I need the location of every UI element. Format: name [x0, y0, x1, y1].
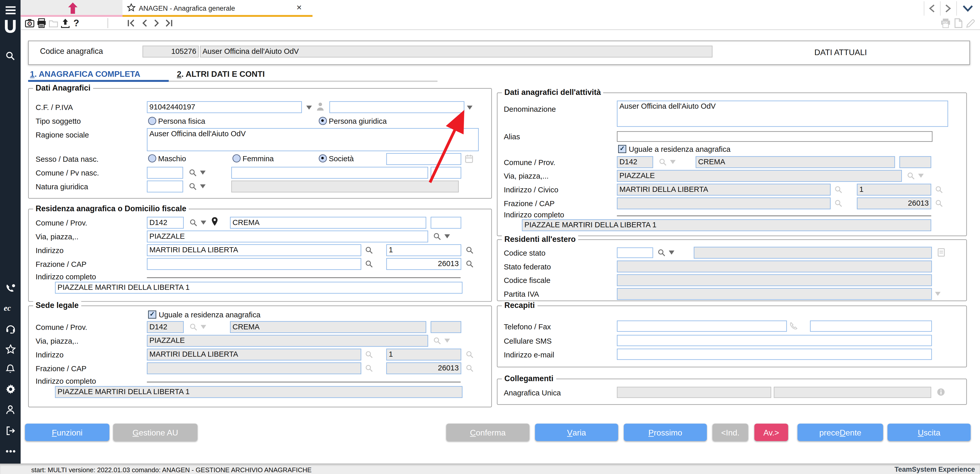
radio-persona-fisica[interactable] — [148, 117, 156, 125]
comune-nasc-lookup-icon[interactable] — [188, 168, 197, 177]
camera-icon[interactable] — [25, 19, 35, 27]
nav-next-icon[interactable] — [154, 19, 160, 27]
edit-icon — [966, 18, 975, 28]
cf-piva-label: C.F. / P.IVA — [36, 103, 73, 112]
ragione-sociale-label: Ragione sociale — [36, 130, 89, 139]
fax-input[interactable] — [810, 320, 932, 332]
nav-first-icon[interactable] — [127, 19, 135, 27]
map-pin-icon[interactable] — [210, 216, 218, 226]
funzioni-button[interactable]: Funzioni — [25, 423, 110, 441]
sede-frazione-label: Frazione / CAP — [36, 364, 86, 373]
uscita-button[interactable]: Uscita — [888, 423, 971, 441]
comune-nasc-code-input[interactable] — [147, 167, 183, 179]
email-input[interactable] — [617, 349, 932, 360]
att-comune-code-field: D142 — [617, 156, 653, 168]
natura-code-input[interactable] — [147, 181, 183, 192]
nav-previous-icon[interactable] — [141, 19, 147, 27]
info-icon[interactable] — [937, 388, 945, 396]
radio-societa[interactable] — [319, 154, 327, 162]
res-cap-lookup-icon[interactable] — [465, 259, 474, 268]
denominazione-textarea[interactable]: Auser Officina dell'Aiuto OdV — [617, 100, 948, 127]
femmina-label[interactable]: Femmina — [242, 154, 274, 163]
phone-contact-icon[interactable] — [0, 282, 21, 294]
res-via-input[interactable]: PIAZZALE — [147, 231, 428, 243]
natura-dropdown-icon[interactable] — [199, 184, 205, 189]
menu-icon[interactable] — [0, 4, 21, 16]
radio-maschio[interactable] — [148, 154, 156, 162]
attivita-uguale-checkbox[interactable] — [618, 145, 626, 153]
tab-close-icon[interactable]: ✕ — [296, 4, 302, 12]
avanti-button[interactable]: Av.> — [754, 423, 788, 441]
comune-nasc-dropdown-icon[interactable] — [199, 170, 205, 175]
res-provincia-input[interactable] — [431, 217, 461, 229]
cellulare-input[interactable] — [617, 335, 932, 346]
res-via-lookup-icon[interactable] — [433, 232, 441, 240]
indietro-button[interactable]: <Ind. — [713, 423, 748, 441]
res-comune-nome-input[interactable]: CREMA — [230, 217, 426, 229]
sede-uguale-label[interactable]: Uguale a residenza anagrafica — [159, 310, 261, 319]
radio-persona-giuridica[interactable] — [319, 117, 327, 125]
history-back-icon[interactable] — [928, 4, 936, 13]
notifications-bell-icon[interactable] — [0, 364, 21, 375]
favorite-tab-star-icon[interactable] — [127, 3, 135, 12]
res-via-dropdown-icon[interactable] — [444, 234, 450, 239]
res-indirizzo-lookup-icon[interactable] — [364, 245, 373, 254]
res-comune-dropdown-icon[interactable] — [200, 220, 206, 225]
more-icon[interactable] — [0, 447, 21, 455]
telefono-input[interactable] — [617, 320, 787, 332]
new-document-icon — [954, 18, 963, 28]
res-frazione-lookup-icon[interactable] — [364, 259, 373, 268]
help-icon[interactable]: ? — [73, 18, 80, 28]
user-icon[interactable] — [0, 404, 21, 415]
tab-anagrafica-completa[interactable]: 1. ANAGRAFICA COMPLETA — [30, 69, 140, 79]
codice-stato-dropdown-icon[interactable] — [668, 250, 674, 255]
res-indirizzo-input[interactable]: MARTIRI DELLA LIBERTA — [147, 244, 361, 256]
history-forward-icon[interactable] — [944, 4, 953, 13]
collapse-icon[interactable] — [963, 4, 973, 13]
sede-provincia-field — [431, 321, 461, 333]
res-civico-lookup-icon[interactable] — [465, 245, 474, 254]
gestione-au-button[interactable]: Gestione AU — [113, 423, 197, 441]
precedente-button[interactable]: preceDente — [797, 423, 883, 441]
sede-uguale-checkbox[interactable] — [148, 310, 156, 319]
upload-icon[interactable] — [61, 18, 70, 28]
label-pre: prece — [819, 428, 840, 437]
prossimo-button[interactable]: Prossimo — [624, 423, 707, 441]
res-frazione-label: Frazione / CAP — [36, 260, 86, 269]
cf-dropdown-icon[interactable] — [306, 105, 312, 110]
ec-logo-icon[interactable]: ec — [0, 302, 21, 313]
maschio-label[interactable]: Maschio — [158, 154, 186, 163]
persona-giuridica-label[interactable]: Persona giuridica — [329, 117, 387, 126]
favorites-star-icon[interactable] — [0, 344, 21, 355]
varia-button[interactable]: Varia — [535, 423, 618, 441]
stato-federato-field — [617, 261, 932, 272]
codice-stato-lookup-icon[interactable] — [657, 248, 666, 257]
nav-last-icon[interactable] — [165, 19, 173, 27]
persona-fisica-label[interactable]: Persona fisica — [158, 117, 205, 126]
res-civico-input[interactable]: 1 — [386, 244, 461, 256]
res-frazione-input[interactable] — [147, 258, 361, 270]
natura-lookup-icon[interactable] — [188, 182, 197, 191]
comune-nasc-nome-input[interactable] — [231, 167, 428, 179]
codice-stato-input[interactable] — [617, 247, 653, 258]
support-headset-icon[interactable] — [0, 323, 21, 334]
res-comune-lookup-icon[interactable] — [189, 218, 197, 227]
tab-altri-dati-e-conti[interactable]: 2. ALTRI DATI E CONTI — [177, 69, 265, 79]
sede-via-dropdown-icon — [444, 338, 450, 343]
logout-icon[interactable] — [0, 425, 21, 436]
home-icon[interactable] — [65, 2, 80, 14]
print-icon[interactable] — [37, 18, 46, 28]
label-u: V — [567, 428, 573, 437]
res-comune-code-input[interactable]: D142 — [147, 217, 184, 229]
attivita-uguale-label[interactable]: Uguale a residenza anagrafica — [629, 145, 731, 154]
alias-input[interactable] — [617, 131, 932, 142]
radio-femmina[interactable] — [232, 154, 241, 162]
folder-icon[interactable] — [49, 19, 58, 27]
cf-piva-input[interactable]: 91042440197 — [147, 101, 302, 113]
search-icon[interactable] — [0, 50, 21, 61]
phone-icon[interactable] — [789, 321, 797, 330]
societa-label[interactable]: Società — [329, 154, 354, 163]
settings-gear-icon[interactable] — [0, 384, 21, 395]
res-cap-input[interactable]: 26013 — [386, 258, 461, 270]
conferma-button[interactable]: Conferma — [446, 423, 530, 441]
